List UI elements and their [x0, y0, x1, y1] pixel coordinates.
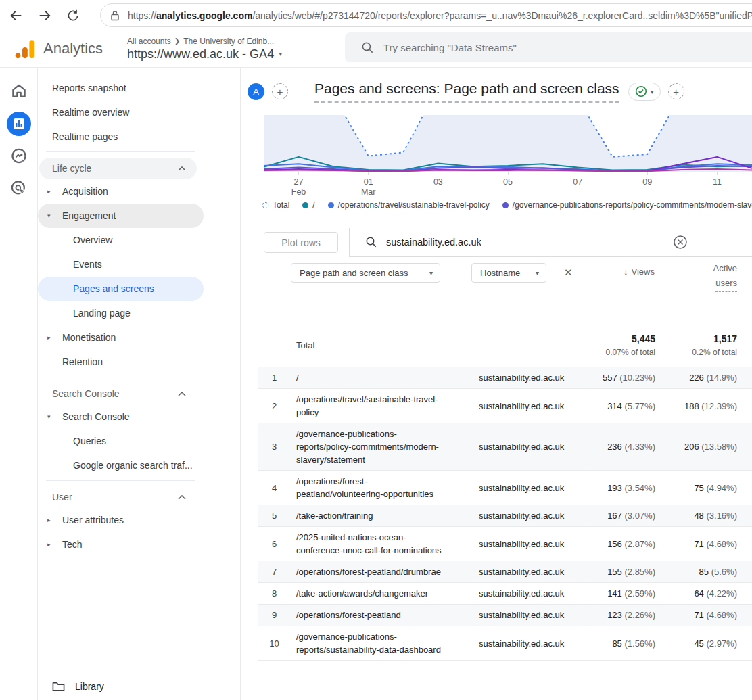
table-row[interactable]: 2 /operations/travel/sustainable-travel-… — [258, 389, 752, 423]
table-row[interactable]: 10 /governance-publications-reports/sust… — [258, 626, 752, 661]
report-table: Page path and screen class ▾ Hostname ▾ … — [258, 260, 752, 700]
global-search-input[interactable]: Try searching "Data Streams" — [345, 32, 752, 62]
triangle-right-icon: ▸ — [47, 517, 51, 523]
table-row[interactable]: 4 /operations/forest-peatland/volunteeri… — [258, 471, 752, 505]
row-number: 3 — [258, 442, 291, 452]
nav-divider — [46, 480, 195, 481]
hostname-cell: sustainability.ed.ac.uk — [460, 511, 588, 521]
table-search-input[interactable]: sustainability.ed.ac.uk — [349, 228, 752, 257]
x-axis-tick: 03 — [422, 172, 454, 187]
row-number: 1 — [258, 373, 291, 383]
address-bar[interactable]: https://analytics.google.com/analytics/w… — [100, 3, 752, 27]
sidebar-item-realtime-overview[interactable]: Realtime overview — [38, 100, 240, 124]
row-number: 7 — [258, 567, 291, 577]
page-path-cell: /take-action/training — [291, 509, 460, 522]
sidebar-item-engagement[interactable]: ▾Engagement — [38, 204, 204, 228]
secondary-dimension-dropdown[interactable]: Hostname ▾ — [471, 263, 546, 283]
forward-icon[interactable] — [37, 7, 53, 24]
chart-legend: Total / /operations/travel/sustainable-t… — [262, 197, 752, 213]
views-cell: 236 (4.33%) — [588, 442, 670, 452]
sidebar-item-realtime-pages[interactable]: Realtime pages — [38, 124, 240, 149]
timeseries-chart[interactable] — [264, 115, 752, 172]
back-icon[interactable] — [8, 7, 24, 24]
report-status-button[interactable]: ▾ — [628, 83, 661, 101]
sidebar-item-search-console[interactable]: ▾Search Console — [38, 404, 240, 429]
triangle-right-icon: ▸ — [47, 334, 51, 341]
sidebar-item-pages-and-screens[interactable]: Pages and screens — [38, 277, 204, 301]
header-divider — [118, 37, 118, 61]
table-header-row: Page path and screen class ▾ Hostname ▾ … — [258, 260, 752, 300]
page-title[interactable]: Pages and screens: Page path and screen … — [314, 80, 619, 103]
product-name: Analytics — [43, 40, 103, 57]
search-icon — [361, 41, 374, 54]
avatar[interactable]: A — [248, 83, 264, 100]
sidebar-item-overview[interactable]: Overview — [38, 228, 240, 252]
views-cell: 141 (2.59%) — [588, 588, 670, 599]
sidebar-item-events[interactable]: Events — [38, 252, 240, 277]
active-users-column-header[interactable]: Active users — [713, 262, 737, 292]
sidebar-item-landing-page[interactable]: Landing page — [38, 301, 240, 325]
table-row[interactable]: 1 / sustainability.ed.ac.uk 557 (10.23%)… — [258, 367, 752, 389]
reports-icon[interactable] — [7, 112, 31, 136]
hostname-cell: sustainability.ed.ac.uk — [460, 610, 588, 620]
advertising-icon[interactable] — [9, 179, 28, 197]
row-number: 8 — [258, 588, 291, 599]
add-report-button[interactable]: + — [668, 83, 684, 99]
refresh-icon[interactable] — [65, 7, 81, 24]
triangle-right-icon: ▸ — [47, 188, 51, 195]
active-users-cell: 188 (12.39%) — [670, 401, 752, 411]
x-axis-tick: 11 — [701, 172, 733, 187]
views-cell: 167 (3.07%) — [588, 511, 670, 521]
legend-item-total: Total — [262, 200, 289, 210]
triangle-down-icon: ▾ — [47, 413, 51, 420]
clear-search-icon[interactable] — [673, 235, 688, 250]
sidebar-item-monetisation[interactable]: ▸Monetisation — [38, 325, 240, 350]
primary-dimension-dropdown[interactable]: Page path and screen class ▾ — [291, 263, 440, 283]
hostname-cell: sustainability.ed.ac.uk — [460, 373, 588, 383]
views-cell: 155 (2.85%) — [588, 567, 670, 577]
hostname-cell: sustainability.ed.ac.uk — [460, 483, 588, 493]
page-path-cell: /governance-publications-reports/sustain… — [291, 630, 460, 656]
legend-item: / — [302, 200, 314, 210]
row-number: 10 — [258, 638, 291, 649]
row-number: 6 — [258, 539, 291, 549]
sidebar-item-google-organic-search[interactable]: Google organic search traf... — [38, 453, 240, 477]
page-path-cell: /operations/travel/sustainable-travel-po… — [291, 393, 460, 419]
table-row[interactable]: 9 /operations/forest-peatland sustainabi… — [258, 605, 752, 626]
views-column-header[interactable]: ↓ Views — [624, 266, 655, 279]
sidebar-item-retention[interactable]: Retention — [38, 350, 240, 374]
property-selector[interactable]: https://www.ed.ac.uk - GA4 ▾ — [127, 48, 282, 60]
views-cell: 123 (2.26%) — [588, 610, 670, 620]
section-header-user[interactable]: User — [39, 486, 197, 508]
sidebar-item-queries[interactable]: Queries — [38, 429, 240, 453]
active-users-cell: 75 (4.94%) — [670, 483, 752, 493]
hostname-cell: sustainability.ed.ac.uk — [460, 567, 588, 577]
sidebar-item-tech[interactable]: ▸Tech — [38, 532, 240, 557]
page-path-cell: /take-action/awards/changemaker — [291, 587, 460, 600]
sidebar-item-acquisition[interactable]: ▸Acquisition — [38, 179, 240, 204]
views-cell: 156 (2.87%) — [588, 539, 670, 549]
hostname-cell: sustainability.ed.ac.uk — [460, 539, 588, 549]
chevron-right-icon: ❯ — [174, 38, 180, 45]
table-row[interactable]: 3 /governance-publications-reports/polic… — [258, 423, 752, 471]
section-header-life-cycle[interactable]: Life cycle — [39, 158, 197, 179]
chevron-down-icon: ▾ — [651, 88, 654, 95]
table-row[interactable]: 8 /take-action/awards/changemaker sustai… — [258, 583, 752, 605]
sidebar-item-reports-snapshot[interactable]: Reports snapshot — [38, 76, 240, 100]
table-row[interactable]: 6 /2025-united-nations-ocean-conference-… — [258, 527, 752, 561]
series-dot-icon — [302, 202, 308, 208]
sidebar-item-user-attributes[interactable]: ▸User attributes — [38, 508, 240, 532]
section-header-search-console[interactable]: Search Console — [39, 383, 197, 404]
page-path-cell: /operations/forest-peatland — [291, 609, 460, 622]
nav-divider — [46, 377, 195, 377]
triangle-down-icon: ▾ — [47, 212, 51, 219]
sidebar-item-library[interactable]: Library — [52, 674, 104, 699]
plot-rows-button[interactable]: Plot rows — [264, 232, 338, 253]
explore-icon[interactable] — [9, 147, 28, 165]
remove-dimension-icon[interactable]: ✕ — [564, 266, 573, 279]
add-comparison-button[interactable]: + — [272, 83, 288, 99]
row-number: 9 — [258, 610, 291, 620]
table-row[interactable]: 7 /operations/forest-peatland/drumbrae s… — [258, 561, 752, 583]
table-row[interactable]: 5 /take-action/training sustainability.e… — [258, 505, 752, 527]
home-icon[interactable] — [10, 82, 28, 99]
